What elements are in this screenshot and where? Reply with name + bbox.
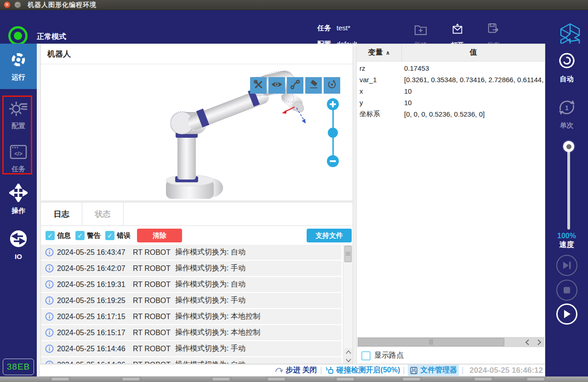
robot-panel-title: 机器人 [41, 44, 353, 64]
hscrollbar-thumb[interactable] [358, 338, 504, 346]
mode-indicator-icon [8, 26, 28, 45]
log-row[interactable]: 2024-05-25 16:42:07 RT ROBOT 操作模式切换为: 手动 [41, 261, 342, 276]
filter-info-checkbox[interactable]: ✓ 信息 [46, 231, 71, 240]
filter-warn-checkbox[interactable]: ✓ 警告 [75, 231, 101, 240]
log-time: 2024-05-25 16:19:31 [57, 281, 126, 289]
variable-row[interactable]: y 10 [357, 97, 545, 108]
zoom-out-button[interactable] [327, 155, 339, 167]
single-cycle-icon: 1 [556, 98, 577, 119]
close-icon: × [6, 3, 9, 7]
variable-name: 坐标系 [360, 110, 380, 118]
step-next-button[interactable] [556, 255, 577, 276]
sidebar-item-io[interactable]: IO [0, 230, 37, 260]
divider [462, 367, 463, 374]
log-source: RT ROBOT [133, 297, 171, 305]
tab-status[interactable]: 状态 [82, 202, 124, 226]
file-manager-button[interactable]: 文件管理器 [408, 365, 459, 376]
sidebar-item-operate[interactable]: 操作 [0, 184, 37, 215]
robot-3d-viewport[interactable] [41, 65, 353, 201]
skip-next-icon [562, 261, 572, 270]
log-row[interactable]: 2024-05-25 16:15:17 RT ROBOT 操作模式切换为: 本地… [41, 325, 342, 340]
log-source: RT ROBOT [133, 264, 171, 273]
app-header: 正常模式 任务 test* 配置 default 新建 打开 保存 [0, 10, 588, 44]
collision-status[interactable]: 碰撞检测开启(50%) [325, 365, 400, 375]
log-row[interactable]: 2024-05-25 16:19:25 RT ROBOT 操作模式切换为: 手动 [41, 293, 342, 308]
status-bar: 步进 关闭 碰撞检测开启(50%) 文件管理器 2024-05-25 16:46… [39, 364, 545, 376]
clear-log-button[interactable]: 清除 [137, 229, 182, 242]
visibility-button[interactable] [268, 77, 285, 94]
log-row[interactable]: 2024-05-25 16:14:46 RT ROBOT 操作模式切换为: 手动 [41, 341, 342, 356]
taskbar-item [335, 377, 356, 382]
new-folder-icon [414, 23, 428, 38]
variables-column-name[interactable]: 变量 ∧ [357, 44, 402, 61]
log-scrollbar-thumb[interactable] [344, 246, 352, 262]
sidebar-task-label: 任务 [11, 165, 25, 174]
taskbar-item [401, 377, 422, 382]
log-scrollbar[interactable] [343, 245, 353, 364]
log-message: 操作模式切换为: 本地控制 [175, 328, 260, 337]
zoom-slider-knob[interactable] [328, 128, 338, 138]
speed-slider-knob[interactable] [563, 141, 574, 152]
speed-slider-track[interactable] [567, 147, 570, 230]
collision-icon [325, 366, 334, 375]
window-close-button[interactable]: × [4, 1, 11, 8]
variable-row[interactable]: var_1 [0.3261, 0.35348, 0.73416, 2.72866… [357, 74, 545, 85]
sidebar-io-label: IO [15, 253, 22, 260]
app-window: × − 机器人图形化编程环境 正常模式 任务 test* 配置 default … [0, 0, 588, 382]
support-file-button[interactable]: 支持文件 [307, 229, 352, 242]
run-icon [10, 51, 27, 70]
move-arrows-icon [9, 184, 28, 204]
zoom-in-button[interactable] [327, 98, 339, 110]
variables-column-value[interactable]: 值 [402, 44, 545, 61]
taskbar-item [211, 377, 232, 382]
window-titlebar: × − 机器人图形化编程环境 [0, 0, 588, 10]
window-title: 机器人图形化编程环境 [28, 1, 97, 9]
play-button[interactable] [556, 303, 577, 325]
reset-view-button[interactable] [324, 77, 340, 94]
eraser-button[interactable] [305, 77, 322, 94]
step-arrow-icon [275, 366, 283, 375]
log-row[interactable]: 2024-05-25 16:17:15 RT ROBOT 操作模式切换为: 本地… [41, 309, 342, 324]
tools-button[interactable] [250, 77, 267, 94]
log-row[interactable]: 2024-05-25 16:14:26 RT ROBOT 操作模式切换为: 自动 [41, 357, 342, 364]
stop-button[interactable] [556, 280, 577, 301]
variable-row[interactable]: x 10 [357, 85, 545, 97]
eye-icon [271, 79, 283, 91]
filter-error-checkbox[interactable]: ✓ 错误 [105, 231, 131, 240]
right-sidebar: 自动 1 单次 100% 速度 [545, 44, 588, 376]
variables-panel: 变量 ∧ 值 rz 0.17453 var_1 [0.3261, 0.35348… [356, 44, 545, 364]
status-datetime: 2024-05-25 16:46:12 [469, 366, 543, 375]
log-row[interactable]: 2024-05-25 16:19:31 RT ROBOT 操作模式切换为: 自动 [41, 277, 342, 292]
zoom-control [326, 98, 339, 167]
window-minimize-button[interactable]: − [14, 1, 21, 8]
variables-hscrollbar[interactable] [357, 337, 544, 347]
variable-row[interactable]: 坐标系 [0, 0, 0, 0.5236, 0.5236, 0] [357, 108, 545, 120]
log-row[interactable]: 2024-05-25 16:43:47 RT ROBOT 操作模式切换为: 自动 [41, 245, 342, 260]
info-icon [45, 296, 54, 307]
variable-value: 10 [404, 87, 545, 95]
scroll-down-button[interactable] [344, 356, 353, 364]
chevron-right-icon[interactable] [537, 339, 542, 345]
show-waypoints-checkbox[interactable]: 显示路点 [361, 351, 404, 360]
variable-name: rz [360, 64, 365, 72]
left-sidebar: 运行 配置 [0, 44, 37, 376]
robot-view-panel: 机器人 [40, 44, 353, 201]
sidebar-item-config[interactable]: 配置 [0, 100, 37, 130]
chevron-left-icon[interactable] [525, 339, 529, 345]
scroll-up-button[interactable] [344, 348, 353, 356]
step-mode-status[interactable]: 步进 关闭 [275, 365, 317, 375]
check-icon: ✓ [75, 231, 85, 240]
taskbar-item [120, 377, 142, 382]
auto-mode-button[interactable]: 自动 [545, 51, 588, 84]
log-source: RT ROBOT [133, 281, 171, 289]
variable-row[interactable]: rz 0.17453 [357, 62, 545, 74]
speed-label: 速度 [545, 240, 588, 250]
path-button[interactable] [287, 77, 303, 94]
tab-log[interactable]: 日志 [41, 202, 82, 226]
sidebar-item-run[interactable]: 运行 [0, 44, 37, 89]
sidebar-item-task[interactable]: </> 任务 [0, 144, 37, 174]
task-row: 任务 test* [317, 24, 350, 33]
divider [404, 367, 404, 374]
check-icon: ✓ [105, 231, 114, 240]
single-run-button[interactable]: 1 单次 [545, 98, 588, 130]
